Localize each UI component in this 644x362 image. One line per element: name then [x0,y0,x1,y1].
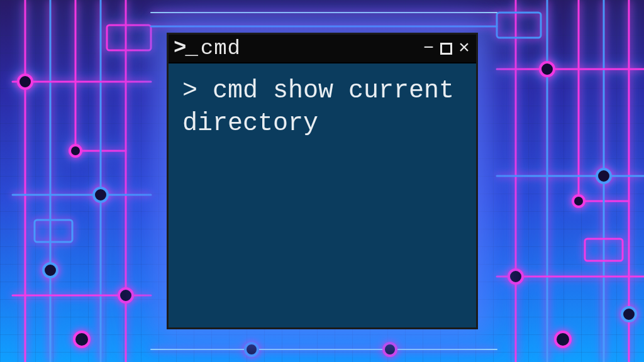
svg-point-30 [622,307,636,321]
window-controls: − × [423,39,470,58]
terminal-body[interactable]: > cmd show current directory [169,63,476,327]
svg-point-31 [555,332,570,347]
command-text: cmd show current directory [182,77,469,138]
terminal-icon: >_ [174,40,201,57]
svg-rect-15 [107,25,151,50]
svg-point-38 [384,343,396,356]
titlebar[interactable]: >_ cmd − × [169,35,476,63]
svg-point-27 [597,169,611,183]
svg-point-11 [70,145,81,156]
terminal-window: >_ cmd − × > cmd show current directory [167,33,478,329]
svg-rect-32 [497,13,541,38]
minimize-button[interactable]: − [423,40,434,57]
svg-point-28 [573,195,584,207]
svg-point-37 [245,343,258,356]
svg-point-13 [43,263,57,277]
close-button[interactable]: × [458,39,470,58]
svg-point-29 [509,270,523,283]
window-title: cmd [201,36,241,60]
svg-rect-16 [35,220,72,242]
maximize-button[interactable] [440,43,452,55]
svg-point-9 [18,75,32,89]
prompt-char: > [182,77,197,105]
svg-point-10 [94,188,108,202]
svg-point-26 [540,62,554,76]
prompt-glyph: >_ [174,40,197,57]
svg-point-12 [119,288,133,302]
svg-point-14 [74,332,89,347]
